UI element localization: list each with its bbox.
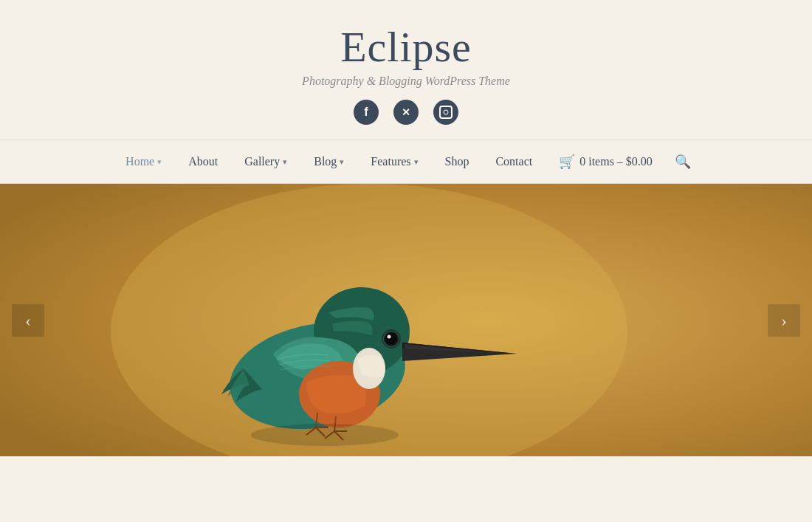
search-icon: 🔍 (675, 154, 691, 169)
search-button[interactable]: 🔍 (666, 151, 700, 173)
facebook-icon (364, 106, 368, 119)
nav-item-shop[interactable]: Shop (432, 152, 483, 171)
chevron-down-icon: ▾ (414, 157, 419, 167)
twitter-icon: ✕ (402, 106, 410, 118)
nav-label-features: Features (371, 155, 410, 168)
hero-image (0, 184, 812, 456)
site-title: Eclipse (340, 22, 472, 72)
slider-next-button[interactable]: › (768, 304, 800, 337)
site-header: Eclipse Photography & Blogging WordPress… (0, 0, 812, 140)
nav-item-contact[interactable]: Contact (482, 152, 546, 171)
nav-label-about: About (188, 155, 218, 168)
site-tagline: Photography & Blogging WordPress Theme (302, 75, 510, 88)
svg-point-8 (388, 335, 391, 339)
chevron-right-icon: › (781, 312, 787, 329)
cart-label: 0 items – $0.00 (579, 155, 653, 168)
nav-label-gallery: Gallery (244, 155, 280, 168)
instagram-icon (439, 106, 453, 119)
main-navigation: Home ▾ About Gallery ▾ Blog ▾ Features ▾… (0, 140, 812, 184)
nav-label-blog: Blog (314, 155, 337, 168)
nav-item-features[interactable]: Features ▾ (357, 152, 431, 171)
facebook-link[interactable] (354, 100, 379, 125)
nav-label-shop: Shop (445, 155, 469, 168)
cart-button[interactable]: 🛒 0 items – $0.00 (546, 151, 666, 173)
nav-label-contact: Contact (495, 155, 532, 168)
svg-point-10 (251, 424, 399, 446)
nav-label-home: Home (125, 155, 154, 168)
svg-point-7 (385, 333, 397, 345)
chevron-down-icon: ▾ (157, 157, 162, 167)
nav-item-home[interactable]: Home ▾ (112, 152, 175, 171)
nav-item-about[interactable]: About (175, 152, 231, 171)
chevron-down-icon: ▾ (340, 157, 344, 167)
nav-item-blog[interactable]: Blog ▾ (300, 152, 357, 171)
chevron-down-icon: ▾ (283, 157, 287, 167)
instagram-link[interactable] (433, 100, 458, 125)
chevron-left-icon: ‹ (25, 312, 31, 329)
twitter-link[interactable]: ✕ (393, 100, 419, 125)
nav-item-gallery[interactable]: Gallery ▾ (231, 152, 300, 171)
hero-slider: ‹ › (0, 184, 812, 456)
slider-prev-button[interactable]: ‹ (12, 304, 44, 337)
cart-icon: 🛒 (559, 154, 575, 170)
social-icons-bar: ✕ (354, 100, 458, 125)
